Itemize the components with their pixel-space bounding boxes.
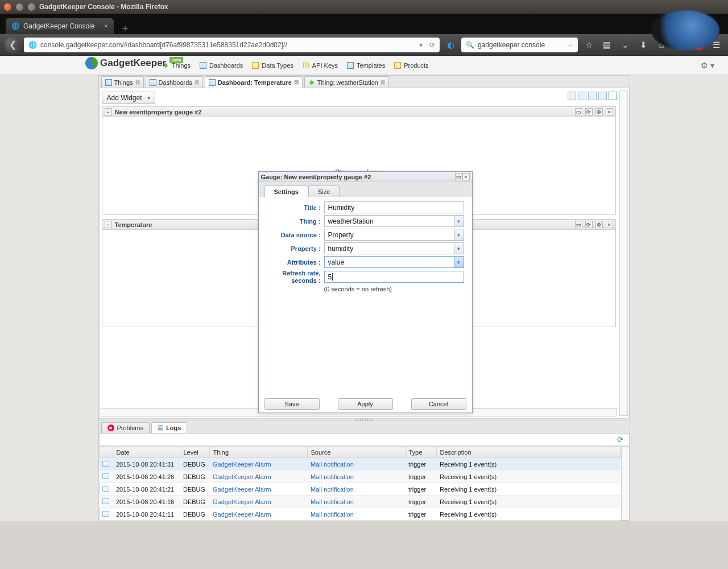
col-thing[interactable]: Thing (209, 447, 307, 458)
apply-button[interactable]: Apply (338, 398, 393, 410)
restore-icon[interactable]: ▭ (575, 221, 582, 228)
table-row[interactable]: 2015-10-08 20:41:21DEBUG GadgetKeeper Al… (99, 483, 621, 496)
gear-icon[interactable]: ⚙ (595, 221, 603, 228)
browser-tabstrip: 🌐 GadgetKeeper Console × ＋ (0, 14, 728, 34)
toolbar-expand-icon[interactable] (598, 92, 607, 100)
col-date[interactable]: Date (113, 447, 180, 458)
chevron-down-icon[interactable]: ▾ (454, 243, 464, 254)
tab-dashboards[interactable]: Dashboards⊠ (146, 76, 203, 88)
table-row[interactable]: 2015-10-08 20:41:11DEBUG GadgetKeeper Al… (99, 508, 621, 521)
dialog-tab-settings[interactable]: Settings (264, 185, 308, 197)
library-icon[interactable]: ▤ (599, 38, 614, 52)
search-go-icon[interactable]: → (566, 41, 573, 49)
tab-logs[interactable]: ☰Logs (151, 422, 187, 433)
browser-tab[interactable]: 🌐 GadgetKeeper Console × (6, 18, 114, 34)
add-widget-dropdown[interactable]: Add Widget (102, 92, 155, 104)
table-row[interactable]: 2015-10-08 20:41:31DEBUG GadgetKeeper Al… (99, 458, 621, 471)
combo-attributes[interactable]: value▾ (324, 256, 464, 268)
extension-icon[interactable]: ◐ (443, 38, 458, 52)
nav-templates[interactable]: Templates (347, 61, 385, 69)
tab-problems[interactable]: ✖Problems (101, 422, 150, 433)
editor-tabsrow: Things⊠ Dashboards⊠ Dashboard: Temperatu… (99, 76, 630, 88)
restore-icon[interactable]: ▭ (455, 173, 462, 180)
window-maximize-button[interactable] (27, 3, 36, 11)
search-bar[interactable]: 🔍 gadgetkeeper console → (461, 38, 578, 52)
browser-navbar: ❮ 🌐 console.gadgetkeeper.com/#dashboard[… (0, 34, 728, 56)
search-text: gadgetkeeper console (478, 41, 545, 49)
chevron-down-icon[interactable]: ▾ (454, 229, 464, 240)
log-icon (102, 461, 109, 467)
input-refresh-rate[interactable]: 5 (324, 271, 464, 283)
close-icon[interactable]: × (606, 221, 613, 228)
col-source[interactable]: Source (307, 447, 405, 458)
browser-tab-title: GadgetKeeper Console (23, 22, 94, 30)
window-minimize-button[interactable] (15, 3, 24, 11)
settings-gear-icon[interactable]: ⚙ ▾ (701, 61, 714, 70)
save-button[interactable]: Save (264, 398, 320, 410)
close-icon[interactable]: ⊠ (135, 79, 140, 85)
tab-dashboard-temperature[interactable]: Dashboard: Temperature⊠ (205, 76, 303, 88)
nav-data-types[interactable]: Data Types (252, 61, 293, 69)
gear-icon[interactable]: ⚙ (595, 108, 603, 116)
splitter[interactable] (99, 418, 630, 421)
toolbar-refresh-icon[interactable] (609, 92, 617, 100)
tab-things[interactable]: Things⊠ (101, 76, 144, 88)
cancel-button[interactable]: Cancel (411, 398, 466, 410)
refresh-icon[interactable]: ⟳ (585, 221, 593, 228)
nav-products[interactable]: Products (394, 61, 428, 69)
tab-thing-weatherstation[interactable]: Thing: weatherStation⊠ (304, 76, 389, 88)
url-bar[interactable]: 🌐 console.gadgetkeeper.com/#dashboard[d7… (24, 38, 440, 52)
new-tab-button[interactable]: ＋ (117, 22, 133, 34)
chevron-down-icon[interactable]: ▾ (454, 257, 464, 267)
collapse-icon[interactable]: − (105, 108, 112, 116)
dropdown-icon[interactable]: ▾ (419, 41, 423, 49)
restore-icon[interactable]: ▭ (575, 108, 582, 116)
downloads-icon[interactable]: ⬇ (636, 38, 651, 52)
chevron-down-icon[interactable]: ▾ (454, 216, 464, 226)
table-row[interactable]: 2015-10-08 20:41:26DEBUG GadgetKeeper Al… (99, 471, 621, 483)
nav-api-keys[interactable]: ⚿API Keys (303, 61, 338, 69)
close-icon[interactable]: × (606, 108, 613, 116)
close-icon[interactable]: ⊠ (195, 79, 199, 85)
close-icon[interactable]: × (462, 173, 470, 180)
toolbar-export-icon[interactable] (588, 92, 597, 100)
label-property: Property : (267, 245, 321, 252)
nav-dashboards[interactable]: Dashboards (200, 61, 243, 69)
bottom-tabsrow: ✖Problems ☰Logs (99, 421, 630, 434)
table-row[interactable]: 2015-10-08 20:41:16DEBUG GadgetKeeper Al… (99, 496, 621, 508)
combo-thing[interactable]: weatherStation▾ (324, 215, 464, 227)
search-icon: 🔍 (466, 41, 474, 49)
col-type[interactable]: Type (405, 447, 436, 458)
label-refresh-rate: Refresh rate,seconds : (267, 270, 321, 284)
close-icon[interactable]: ⊠ (294, 79, 299, 85)
vertical-scrollbar[interactable] (621, 446, 630, 521)
app-logo[interactable]: GadgetKeeper Beta (85, 57, 183, 69)
table-header-row: Date Level Thing Source Type Description (99, 447, 621, 458)
refresh-icon[interactable]: ⟳ (617, 435, 625, 443)
combo-property[interactable]: humidity▾ (324, 242, 464, 254)
input-title[interactable]: Humidity (324, 201, 464, 213)
bookmark-star-icon[interactable]: ☆ (581, 38, 596, 52)
dashboard-body: Add Widget − New event/property gauge #2… (99, 88, 630, 418)
reload-icon[interactable]: ⟳ (429, 41, 435, 49)
dialog-tab-size[interactable]: Size (308, 185, 340, 197)
back-button[interactable]: ❮ (5, 37, 20, 53)
refresh-icon[interactable]: ⟳ (585, 108, 593, 116)
toolbar-grid-icon[interactable] (568, 92, 576, 100)
vertical-scrollbar[interactable] (619, 90, 628, 416)
combo-data-source[interactable]: Property▾ (324, 229, 464, 241)
window-title: GadgetKeeper Console - Mozilla Firefox (39, 3, 168, 11)
template-icon (347, 62, 354, 69)
close-icon[interactable]: × (104, 22, 108, 30)
log-icon (102, 486, 109, 492)
window-close-button[interactable] (3, 3, 12, 11)
key-icon: ⚿ (303, 61, 309, 69)
col-level[interactable]: Level (180, 447, 209, 458)
thing-icon (308, 79, 315, 86)
toolbar-add-icon[interactable] (578, 92, 586, 100)
col-description[interactable]: Description (436, 447, 621, 458)
collapse-icon[interactable]: − (105, 221, 112, 228)
close-icon[interactable]: ⊠ (380, 79, 385, 85)
workspace: Things⊠ Dashboards⊠ Dashboard: Temperatu… (0, 75, 728, 521)
pocket-icon[interactable]: ⌄ (618, 38, 632, 52)
